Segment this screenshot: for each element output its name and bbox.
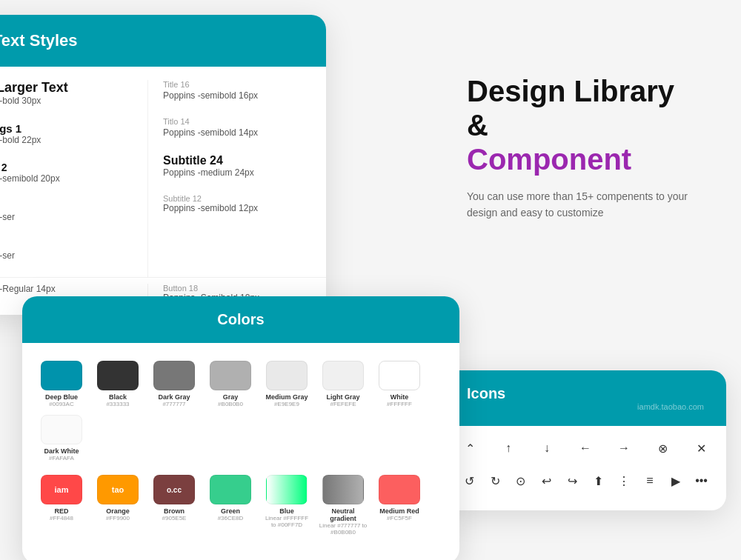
design-library-subtitle: You can use more than 15+ compenents to … [467, 188, 704, 221]
icon-menu[interactable]: ≡ [637, 467, 663, 494]
ts-item-heading3: 3 s -ser [0, 200, 133, 222]
colors-body: Deep Blue #0093AC Black #333333 Dark Gra… [22, 343, 459, 560]
ts-subtitle24-name: Subtitle 24 [163, 154, 304, 167]
icons-header: Icons iamdk.taobao.com [445, 370, 726, 426]
icons-card: Icons iamdk.taobao.com ⌃ ↑ ↓ ← → ⊗ ✕ ↺ ↻… [445, 370, 726, 510]
ts-item-subtitle24: Subtitle 24 Poppins -medium 24px [163, 154, 304, 178]
design-library-title: Design Library & Component [467, 74, 704, 176]
icon-arrow-right[interactable]: → [611, 435, 637, 461]
icon-close-circle[interactable]: ⊗ [649, 435, 676, 461]
swatch-orange: tao Orange #FF9900 [93, 475, 142, 536]
ts-item-heading4: 4 s -ser [0, 239, 133, 261]
swatch-neutral-gradient-box [322, 475, 364, 504]
swatch-black: Black #333333 [93, 361, 142, 407]
swatch-dark-white-box [41, 415, 82, 444]
icons-title: Icons [467, 385, 704, 402]
ts-item-h2-name: s 2 [0, 161, 133, 173]
icon-more-horizontal[interactable]: ••• [688, 467, 714, 494]
ts-item-title14: Titlo 14 Poppins -semibold 14px [163, 117, 304, 138]
ts-item-h2-desc: s -semibold 20px [0, 173, 133, 184]
swatch-neutral-gradient: Neutral gradient Linear #777777 to #B0B0… [319, 475, 368, 536]
icon-close-x[interactable]: ✕ [688, 435, 714, 461]
ts-item-h3-name: 3 [0, 200, 133, 212]
text-styles-card: Text Styles /Larger Text s -bold 30px ng… [0, 15, 326, 315]
text-styles-header: Text Styles [0, 15, 326, 67]
ts-title14-desc: Poppins -semibold 14px [163, 127, 304, 138]
ts-item-larger: /Larger Text s -bold 30px [0, 80, 133, 106]
icon-arrow-up[interactable]: ↑ [495, 435, 522, 461]
swatch-dark-white: Dark White #FAFAFA [37, 415, 86, 461]
icons-body: ⌃ ↑ ↓ ← → ⊗ ✕ ↺ ↻ ⊙ ↩ ↪ ⬆ ⋮ ≡ ▶ ••• [445, 426, 726, 510]
icon-play[interactable]: ▶ [662, 467, 688, 494]
swatch-medium-gray: Medium Gray #E9E9E9 [262, 361, 311, 407]
swatch-brown-box: o.cc [153, 475, 195, 504]
swatch-medium-red-box [379, 475, 420, 504]
icon-more-vertical[interactable]: ⋮ [611, 467, 637, 494]
ts-item-subtitle12: Subtitle 12 Poppins -semibold 12px [163, 194, 304, 213]
ts-item-larger-name: /Larger Text [0, 80, 133, 96]
swatch-dark-gray-box [153, 361, 195, 390]
icons-row-1: ⌃ ↑ ↓ ← → ⊗ ✕ [456, 435, 714, 461]
text-styles-title: Text Styles [0, 31, 304, 50]
swatch-green: Green #36CE8D [206, 475, 255, 536]
colors-header: Colors [22, 296, 459, 343]
icon-refresh-ccw[interactable]: ↻ [482, 467, 508, 494]
swatch-gray: Gray #B0B0B0 [206, 361, 255, 407]
icon-chevron-up-1[interactable]: ⌃ [456, 435, 483, 461]
ts-item-heading2: s 2 s -semibold 20px [0, 161, 133, 184]
ts-item-h1-desc: s -bold 22px [0, 135, 133, 145]
ts-bottom-left-desc: s -Regular 14px [0, 284, 133, 294]
dl-title-accent: Component [467, 143, 631, 176]
icons-watermark: iamdk.taobao.com [467, 402, 704, 411]
ts-subtitle24-desc: Poppins -medium 24px [163, 167, 304, 178]
swatch-dark-gray: Dark Gray #777777 [150, 361, 199, 407]
ts-item-h3-desc: s -ser [0, 212, 133, 222]
dl-title-line1: Design Library & [467, 75, 674, 141]
swatch-blue-gradient: Blue Linear #FFFFFF to #00FF7D [262, 475, 311, 536]
ts-button18-label: Button 18 [163, 284, 304, 293]
color-row-2: iam RED #FF4848 tao Orange #FF9900 o.cc … [37, 475, 445, 536]
swatch-light-gray: Light Gray #FEFEFE [319, 361, 368, 407]
ts-left-col: /Larger Text s -bold 30px ngs 1 s -bold … [0, 80, 148, 277]
ts-item-larger-desc: s -bold 30px [0, 96, 133, 106]
icon-arrow-left[interactable]: ← [572, 435, 599, 461]
swatch-blue-gradient-box [266, 475, 308, 504]
icon-forward[interactable]: ↪ [559, 467, 585, 494]
swatch-medium-red: Medium Red #FC5F5F [375, 475, 424, 536]
ts-title14-label: Titlo 14 [163, 117, 304, 126]
ts-item-heading1: ngs 1 s -bold 22px [0, 122, 133, 145]
ts-item-h4-name: 4 [0, 239, 133, 250]
colors-title: Colors [44, 311, 437, 328]
icons-row-2: ↺ ↻ ⊙ ↩ ↪ ⬆ ⋮ ≡ ▶ ••• [456, 467, 714, 494]
ts-title16-label: Title 16 [163, 80, 304, 89]
swatch-gray-box [210, 361, 251, 390]
ts-subtitle12-desc: Poppins -semibold 12px [163, 203, 304, 213]
swatch-red-box: iam [41, 475, 82, 504]
swatch-red: iam RED #FF4848 [37, 475, 86, 536]
ts-right-col: Title 16 Poppins -semibold 16px Titlo 14… [148, 80, 304, 277]
icon-sync[interactable]: ⊙ [508, 467, 534, 494]
icon-reply[interactable]: ↩ [534, 467, 559, 494]
swatch-medium-gray-box [266, 361, 308, 390]
swatch-brown: o.cc Brown #905E5E [150, 475, 199, 536]
ts-item-h1-name: ngs 1 [0, 122, 133, 135]
ts-title16-desc: Poppins -semibold 16px [163, 90, 304, 101]
colors-card: Colors Deep Blue #0093AC Black #333333 D… [22, 296, 459, 560]
swatch-black-box [97, 361, 139, 390]
icon-arrow-down[interactable]: ↓ [534, 435, 560, 461]
design-library-panel: Design Library & Component You can use m… [430, 30, 741, 251]
swatch-white-box [379, 361, 420, 390]
ts-item-h4-desc: s -ser [0, 250, 133, 261]
swatch-white: White #FFFFFF [375, 361, 424, 407]
icon-refresh-cw[interactable]: ↺ [456, 467, 482, 494]
ts-subtitle12-label: Subtitle 12 [163, 194, 304, 203]
icon-share[interactable]: ⬆ [585, 467, 611, 494]
swatch-green-box [210, 475, 251, 504]
swatch-deep-blue-box [41, 361, 82, 390]
swatch-deep-blue: Deep Blue #0093AC [37, 361, 86, 407]
swatch-orange-box: tao [97, 475, 139, 504]
swatch-light-gray-box [322, 361, 364, 390]
ts-item-title16: Title 16 Poppins -semibold 16px [163, 80, 304, 101]
color-row-1: Deep Blue #0093AC Black #333333 Dark Gra… [37, 361, 445, 461]
